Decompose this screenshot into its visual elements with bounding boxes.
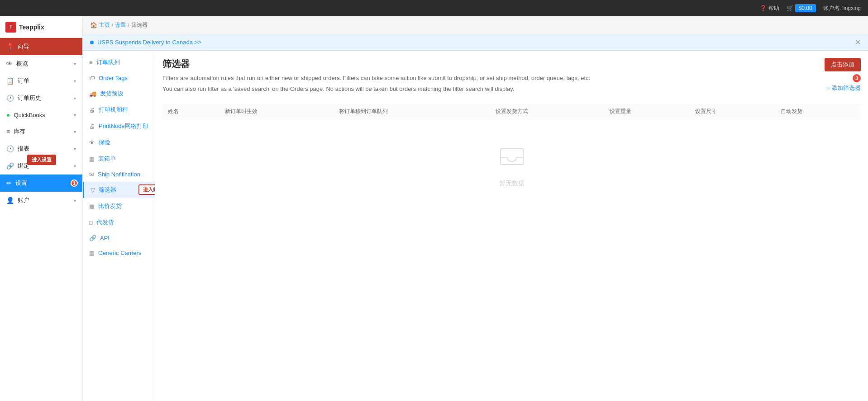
account-label: 账户名: lingxing: [823, 5, 861, 12]
sidebar-item-quickbooks[interactable]: ● QuickBooks ▾: [0, 107, 82, 123]
sidebar-item-order-history[interactable]: 🕐 订单历史 ▾: [0, 90, 82, 107]
logo-text: Teapplix: [19, 24, 44, 31]
col-auto-ship: 自动发货: [775, 104, 861, 119]
help-button[interactable]: ❓ 帮助: [760, 5, 779, 12]
alert-banner: USPS Suspends Delivery to Canada >> ✕: [83, 34, 868, 51]
nav-item-order-tags[interactable]: 🏷 Order Tags: [83, 71, 155, 85]
nav-label-order-list: 订单队列: [96, 58, 120, 66]
close-icon[interactable]: ✕: [855, 38, 861, 47]
nav-label-insurance: 保险: [99, 138, 110, 146]
breadcrumb-sep2: /: [128, 22, 129, 28]
order-tags-icon: 🏷: [89, 75, 95, 81]
nav-label-generic-carriers: Generic Carriers: [98, 250, 141, 256]
annotation-enter-filters: 进入筛选器: [138, 184, 155, 195]
guide-icon: 📍: [6, 43, 14, 50]
nav-label-api: API: [100, 235, 110, 241]
topbar: ❓ 帮助 🛒 $0.00 账户名: lingxing: [0, 0, 868, 16]
help-label: 帮助: [768, 5, 779, 12]
orders-icon: 📋: [6, 77, 14, 85]
nav-label-packing-slip: 装箱单: [98, 155, 116, 163]
sidebar-item-bind[interactable]: 🔗 绑定 ▾ 进入设置: [0, 157, 82, 175]
page-desc2: You can also run filter as a 'saved sear…: [162, 85, 861, 94]
chevron-down-icon: ▾: [74, 61, 76, 66]
filter-table: 姓名 新订单时生效 将订单移到订单队列 设置发货方式 设置重量 设置尺寸 自动发…: [162, 104, 861, 215]
chevron-down-icon-bind: ▾: [74, 164, 76, 169]
nav-item-printers[interactable]: 🖨 打印机和秤: [83, 102, 155, 118]
cart-amount: $0.00: [795, 4, 816, 12]
help-icon: ❓: [760, 5, 767, 11]
nav-item-insurance[interactable]: 👁 保险: [83, 134, 155, 151]
nav-item-filters[interactable]: ▽ 筛选器 2 进入筛选器: [83, 182, 155, 198]
order-history-icon: 🕐: [6, 94, 14, 102]
sidebar-item-orders[interactable]: 📋 订单 ▾: [0, 72, 82, 90]
annotation-enter-settings: 进入设置: [27, 155, 56, 165]
sidebar-item-inventory[interactable]: ≡ 库存 ▾: [0, 123, 82, 140]
chevron-down-icon-history: ▾: [74, 96, 76, 101]
empty-state: 暂无数据: [162, 119, 861, 215]
nav-item-ship-notification[interactable]: ✉ Ship Notification: [83, 167, 155, 182]
add-filter-button[interactable]: 点击添加: [825, 58, 861, 71]
settings-badge: 1: [71, 179, 78, 187]
bind-icon: 🔗: [6, 162, 14, 170]
chevron-down-icon-rep: ▾: [74, 146, 76, 151]
sidebar-item-overview[interactable]: 👁 概览 ▾: [0, 55, 82, 72]
ship-notification-icon: ✉: [89, 171, 94, 178]
breadcrumb-home[interactable]: 主页: [99, 21, 110, 29]
nav-item-shipping-preset[interactable]: 🚚 发货预设: [83, 85, 155, 102]
home-icon: 🏠: [90, 22, 97, 28]
logo-icon: T: [5, 22, 16, 33]
shipping-preset-icon: 🚚: [89, 90, 96, 97]
sidebar-label-account: 账户: [18, 196, 29, 204]
nav-label-printnode: PrintNode网络打印: [99, 122, 148, 130]
nav-item-packing-slip[interactable]: ▦ 装箱单: [83, 151, 155, 167]
cart-button[interactable]: 🛒 $0.00: [787, 4, 816, 12]
add-filter-link[interactable]: + 添加筛选器: [826, 84, 861, 92]
main-content: 点击添加 3 + 添加筛选器 筛选器 Filters are automatio…: [155, 51, 868, 401]
nav-item-rate-shopping[interactable]: ▦ 比价发货: [83, 198, 155, 214]
nav-item-dropship[interactable]: □ 代发货: [83, 214, 155, 231]
nav-label-rate-shopping: 比价发货: [98, 202, 122, 210]
empty-icon: [498, 146, 525, 174]
api-icon: 🔗: [89, 235, 96, 241]
chevron-down-icon-inv: ▾: [74, 129, 76, 134]
nav-label-order-tags: Order Tags: [99, 75, 128, 81]
sidebar-item-account[interactable]: 👤 账户 ▾: [0, 192, 82, 209]
sidebar-label-reports: 报表: [18, 145, 29, 153]
packing-slip-icon: ▦: [89, 156, 95, 162]
sidebar-item-settings[interactable]: ✏ 设置 1: [0, 175, 82, 192]
col-move-queue: 将订单移到订单队列: [334, 104, 490, 119]
left-nav: ≡ 订单队列 🏷 Order Tags 🚚 发货预设 🖨 打印机和秤 🖨: [83, 51, 155, 401]
col-dimensions: 设置尺寸: [690, 104, 775, 119]
alert-text[interactable]: USPS Suspends Delivery to Canada >>: [97, 39, 201, 46]
breadcrumb: 🏠 主页 / 设置 / 筛选器: [83, 16, 868, 34]
overview-icon: 👁: [6, 60, 13, 67]
nav-item-order-list[interactable]: ≡ 订单队列: [83, 54, 155, 71]
nav-item-api[interactable]: 🔗 API: [83, 231, 155, 245]
nav-label-ship-notification: Ship Notification: [98, 171, 140, 178]
inventory-icon: ≡: [6, 128, 10, 135]
breadcrumb-settings[interactable]: 设置: [115, 21, 126, 29]
nav-label-printers: 打印机和秤: [99, 106, 128, 114]
account-icon: 👤: [6, 197, 14, 204]
chevron-down-icon-acc: ▾: [74, 198, 76, 203]
svg-rect-0: [501, 149, 523, 165]
chevron-down-icon-qb: ▾: [74, 113, 76, 118]
nav-item-printnode[interactable]: 🖨 PrintNode网络打印: [83, 118, 155, 134]
sidebar-label-guide: 向导: [18, 42, 29, 51]
page-desc1: Filters are automation rules that run on…: [162, 74, 861, 83]
nav-item-generic-carriers[interactable]: ▦ Generic Carriers: [83, 245, 155, 260]
insurance-icon: 👁: [89, 139, 95, 146]
filters-icon: ▽: [91, 187, 95, 193]
chevron-down-icon-orders: ▾: [74, 79, 76, 84]
alert-dot: [90, 41, 94, 44]
sidebar-label-overview: 概览: [16, 60, 28, 68]
rate-shopping-icon: ▦: [89, 203, 95, 210]
sidebar-label-quickbooks: QuickBooks: [14, 112, 45, 118]
col-weight: 设置重量: [604, 104, 690, 119]
nav-label-shipping-preset: 发货预设: [100, 90, 124, 98]
sidebar-item-guide[interactable]: 📍 向导: [0, 38, 82, 55]
logo: T Teapplix: [0, 16, 82, 38]
col-new-order: 新订单时生效: [219, 104, 334, 119]
printnode-icon: 🖨: [89, 123, 95, 130]
quickbooks-icon: ●: [6, 111, 10, 118]
